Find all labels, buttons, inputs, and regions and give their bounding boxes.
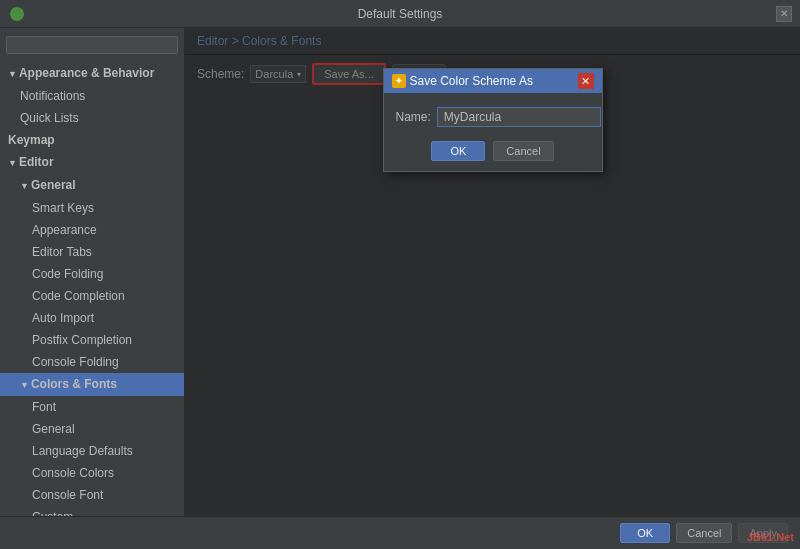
- watermark: JB61.Net: [747, 531, 794, 543]
- arrow-icon: ▼: [8, 154, 17, 172]
- sidebar-item-code-folding[interactable]: Code Folding: [0, 263, 184, 285]
- name-input[interactable]: [437, 107, 601, 127]
- modal-title-bar: ✦ Save Color Scheme As ✕: [384, 69, 602, 93]
- close-button[interactable]: ✕: [776, 6, 792, 22]
- sidebar-item-smart-keys[interactable]: Smart Keys: [0, 197, 184, 219]
- save-color-scheme-dialog: ✦ Save Color Scheme As ✕ Name: OK Cancel: [383, 68, 603, 172]
- sidebar-item-postfix-completion[interactable]: Postfix Completion: [0, 329, 184, 351]
- arrow-icon: ▼: [20, 376, 29, 394]
- sidebar-item-colors-fonts[interactable]: ▼Colors & Fonts: [0, 373, 184, 396]
- name-field: Name:: [396, 107, 590, 127]
- modal-ok-button[interactable]: OK: [431, 141, 485, 161]
- modal-close-button[interactable]: ✕: [578, 73, 594, 89]
- bottom-bar: OK Cancel Apply: [0, 516, 800, 549]
- title-bar: Default Settings ✕: [0, 0, 800, 28]
- content-area: Editor > Colors & Fonts Scheme: Darcula …: [185, 28, 800, 516]
- modal-body: Name: OK Cancel: [384, 93, 602, 171]
- sidebar-item-notifications[interactable]: Notifications: [0, 85, 184, 107]
- sidebar-item-appearance-behavior[interactable]: ▼Appearance & Behavior: [0, 62, 184, 85]
- modal-buttons: OK Cancel: [396, 141, 590, 161]
- sidebar-item-language-defaults[interactable]: Language Defaults: [0, 440, 184, 462]
- sidebar-item-console-folding[interactable]: Console Folding: [0, 351, 184, 373]
- main-container: ▼Appearance & Behavior Notifications Qui…: [0, 28, 800, 516]
- window-title: Default Settings: [358, 7, 443, 21]
- sidebar-item-quick-lists[interactable]: Quick Lists: [0, 107, 184, 129]
- sidebar-item-general[interactable]: ▼General: [0, 174, 184, 197]
- modal-cancel-button[interactable]: Cancel: [493, 141, 553, 161]
- sidebar-item-console-colors[interactable]: Console Colors: [0, 462, 184, 484]
- arrow-icon: ▼: [20, 177, 29, 195]
- dialog-icon: ✦: [392, 74, 406, 88]
- sidebar-item-keymap[interactable]: Keymap: [0, 129, 184, 151]
- modal-title: Save Color Scheme As: [410, 74, 533, 88]
- ok-button[interactable]: OK: [620, 523, 670, 543]
- cancel-button[interactable]: Cancel: [676, 523, 732, 543]
- sidebar-item-console-font[interactable]: Console Font: [0, 484, 184, 506]
- sidebar-item-code-completion[interactable]: Code Completion: [0, 285, 184, 307]
- sidebar-item-editor[interactable]: ▼Editor: [0, 151, 184, 174]
- app-icon: [10, 7, 24, 21]
- sidebar-item-font[interactable]: Font: [0, 396, 184, 418]
- search-input[interactable]: [6, 36, 178, 54]
- search-bar: [0, 32, 184, 58]
- arrow-icon: ▼: [8, 65, 17, 83]
- sidebar-item-editor-tabs[interactable]: Editor Tabs: [0, 241, 184, 263]
- sidebar-item-general-sub[interactable]: General: [0, 418, 184, 440]
- name-label: Name:: [396, 110, 431, 124]
- sidebar-item-auto-import[interactable]: Auto Import: [0, 307, 184, 329]
- modal-overlay: ✦ Save Color Scheme As ✕ Name: OK Cancel: [185, 28, 800, 516]
- sidebar-item-custom[interactable]: Custom: [0, 506, 184, 516]
- sidebar-item-appearance[interactable]: Appearance: [0, 219, 184, 241]
- sidebar: ▼Appearance & Behavior Notifications Qui…: [0, 28, 185, 516]
